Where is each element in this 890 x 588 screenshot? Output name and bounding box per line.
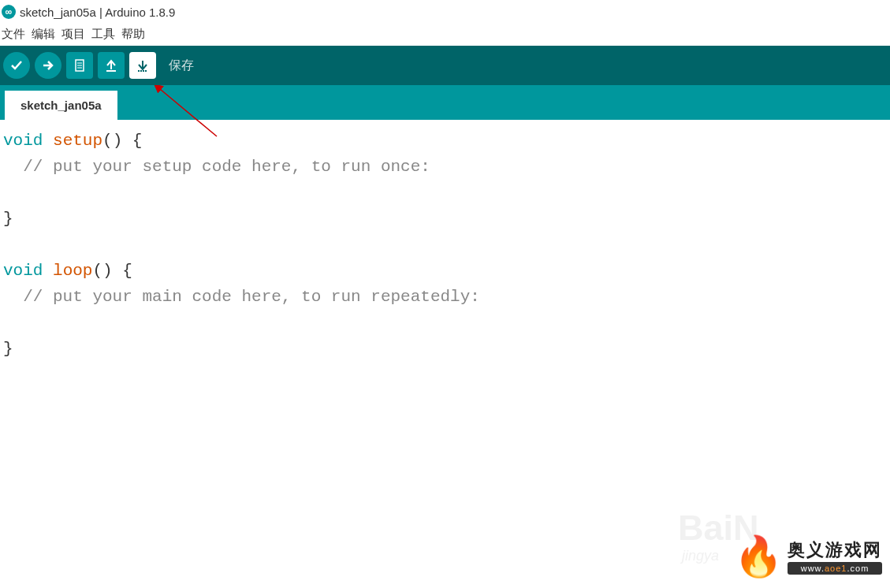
menu-project[interactable]: 项目 — [61, 27, 85, 43]
comment: // put your main code here, to run repea… — [3, 288, 480, 306]
code-text: () { — [102, 132, 142, 150]
tab-sketch[interactable]: sketch_jan05a — [5, 91, 117, 120]
watermark-baidu-sub: jingya — [682, 548, 719, 564]
menu-edit[interactable]: 编辑 — [32, 27, 55, 43]
document-icon — [72, 58, 88, 73]
watermark-site: 🔥 奥义游戏网 www.aoe1.com — [734, 537, 882, 576]
watermark-cn: 奥义游戏网 — [788, 538, 882, 562]
save-button[interactable] — [129, 52, 156, 79]
menu-help[interactable]: 帮助 — [121, 27, 145, 43]
keyword: void — [3, 132, 43, 150]
arrow-up-icon — [103, 58, 119, 73]
watermark-en: www.aoe1.com — [788, 562, 882, 575]
verify-button[interactable] — [3, 52, 30, 79]
keyword: void — [3, 262, 43, 280]
comment: // put your setup code here, to run once… — [3, 158, 430, 176]
menu-file[interactable]: 文件 — [2, 27, 25, 43]
code-editor[interactable]: void setup() { // put your setup code he… — [0, 120, 890, 370]
code-text: } — [3, 210, 13, 228]
function-name: setup — [53, 132, 102, 150]
arrow-right-icon — [40, 58, 56, 73]
upload-button[interactable] — [35, 52, 61, 79]
code-text: () { — [92, 262, 132, 280]
arrow-down-icon — [135, 58, 151, 73]
watermark-text: 奥义游戏网 www.aoe1.com — [788, 538, 882, 575]
toolbar: 保存 — [0, 46, 890, 85]
tab-bar: sketch_jan05a — [0, 85, 890, 120]
new-button[interactable] — [66, 52, 93, 79]
window-title: sketch_jan05a | Arduino 1.8.9 — [20, 6, 175, 19]
save-tooltip: 保存 — [169, 58, 194, 74]
title-bar: sketch_jan05a | Arduino 1.8.9 — [0, 0, 890, 24]
function-name: loop — [53, 262, 92, 280]
code-text: } — [3, 340, 13, 358]
open-button[interactable] — [98, 52, 125, 79]
check-icon — [9, 58, 24, 73]
arduino-icon — [2, 5, 16, 19]
menu-bar: 文件 编辑 项目 工具 帮助 — [0, 24, 890, 46]
flame-icon: 🔥 — [734, 537, 783, 576]
menu-tools[interactable]: 工具 — [91, 27, 115, 43]
